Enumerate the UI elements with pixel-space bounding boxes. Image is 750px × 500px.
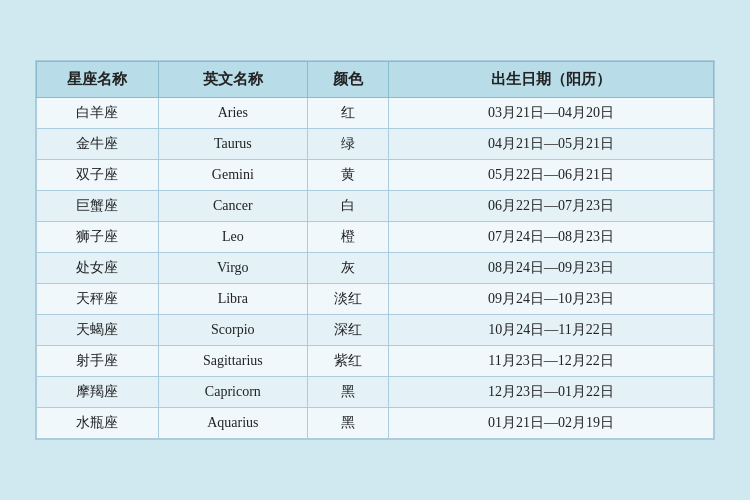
table-row: 处女座Virgo灰08月24日—09月23日 [37, 253, 714, 284]
cell-color: 深红 [307, 315, 388, 346]
cell-english: Cancer [158, 191, 307, 222]
cell-color: 黑 [307, 408, 388, 439]
cell-english: Capricorn [158, 377, 307, 408]
cell-color: 红 [307, 98, 388, 129]
cell-english: Sagittarius [158, 346, 307, 377]
cell-color: 紫红 [307, 346, 388, 377]
cell-color: 黑 [307, 377, 388, 408]
cell-date: 03月21日—04月20日 [389, 98, 714, 129]
zodiac-table-container: 星座名称 英文名称 颜色 出生日期（阳历） 白羊座Aries红03月21日—04… [35, 60, 715, 440]
cell-date: 01月21日—02月19日 [389, 408, 714, 439]
cell-chinese: 处女座 [37, 253, 159, 284]
cell-chinese: 巨蟹座 [37, 191, 159, 222]
header-english: 英文名称 [158, 62, 307, 98]
table-row: 双子座Gemini黄05月22日—06月21日 [37, 160, 714, 191]
cell-color: 淡红 [307, 284, 388, 315]
table-row: 巨蟹座Cancer白06月22日—07月23日 [37, 191, 714, 222]
cell-chinese: 摩羯座 [37, 377, 159, 408]
cell-english: Aries [158, 98, 307, 129]
cell-english: Libra [158, 284, 307, 315]
cell-chinese: 射手座 [37, 346, 159, 377]
cell-chinese: 白羊座 [37, 98, 159, 129]
table-header-row: 星座名称 英文名称 颜色 出生日期（阳历） [37, 62, 714, 98]
table-row: 狮子座Leo橙07月24日—08月23日 [37, 222, 714, 253]
table-row: 金牛座Taurus绿04月21日—05月21日 [37, 129, 714, 160]
cell-english: Gemini [158, 160, 307, 191]
cell-color: 灰 [307, 253, 388, 284]
table-row: 水瓶座Aquarius黑01月21日—02月19日 [37, 408, 714, 439]
cell-date: 10月24日—11月22日 [389, 315, 714, 346]
cell-english: Virgo [158, 253, 307, 284]
cell-chinese: 水瓶座 [37, 408, 159, 439]
cell-date: 11月23日—12月22日 [389, 346, 714, 377]
cell-chinese: 金牛座 [37, 129, 159, 160]
cell-chinese: 双子座 [37, 160, 159, 191]
cell-date: 06月22日—07月23日 [389, 191, 714, 222]
cell-color: 绿 [307, 129, 388, 160]
header-chinese: 星座名称 [37, 62, 159, 98]
cell-chinese: 天蝎座 [37, 315, 159, 346]
table-row: 白羊座Aries红03月21日—04月20日 [37, 98, 714, 129]
cell-chinese: 狮子座 [37, 222, 159, 253]
cell-date: 05月22日—06月21日 [389, 160, 714, 191]
cell-chinese: 天秤座 [37, 284, 159, 315]
cell-english: Leo [158, 222, 307, 253]
table-row: 摩羯座Capricorn黑12月23日—01月22日 [37, 377, 714, 408]
header-date: 出生日期（阳历） [389, 62, 714, 98]
cell-date: 04月21日—05月21日 [389, 129, 714, 160]
cell-english: Taurus [158, 129, 307, 160]
table-row: 射手座Sagittarius紫红11月23日—12月22日 [37, 346, 714, 377]
cell-date: 07月24日—08月23日 [389, 222, 714, 253]
zodiac-table: 星座名称 英文名称 颜色 出生日期（阳历） 白羊座Aries红03月21日—04… [36, 61, 714, 439]
cell-color: 橙 [307, 222, 388, 253]
header-color: 颜色 [307, 62, 388, 98]
table-row: 天秤座Libra淡红09月24日—10月23日 [37, 284, 714, 315]
cell-english: Scorpio [158, 315, 307, 346]
cell-date: 09月24日—10月23日 [389, 284, 714, 315]
cell-date: 08月24日—09月23日 [389, 253, 714, 284]
table-body: 白羊座Aries红03月21日—04月20日金牛座Taurus绿04月21日—0… [37, 98, 714, 439]
cell-english: Aquarius [158, 408, 307, 439]
table-row: 天蝎座Scorpio深红10月24日—11月22日 [37, 315, 714, 346]
cell-color: 白 [307, 191, 388, 222]
cell-date: 12月23日—01月22日 [389, 377, 714, 408]
cell-color: 黄 [307, 160, 388, 191]
